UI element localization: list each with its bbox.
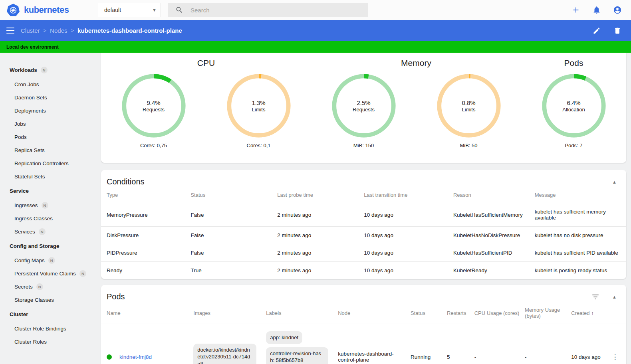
breadcrumb-nodes[interactable]: Nodes: [50, 27, 67, 34]
condition-message: kubelet has no disk pressure: [529, 227, 626, 244]
condition-type: DiskPressure: [101, 227, 185, 244]
condition-status: False: [185, 203, 272, 227]
gauge-percent: 2.5%: [357, 99, 370, 106]
col-images: Images: [188, 304, 260, 324]
namespace-value: default: [104, 7, 152, 13]
bell-icon: [592, 6, 601, 14]
gauge-cpu-limits: 1.3% Limits Cores: 0,1: [206, 73, 311, 163]
breadcrumb-cluster[interactable]: Cluster: [21, 27, 40, 34]
condition-reason: KubeletHasSufficientMemory: [448, 203, 529, 227]
gauge-label: Requests: [143, 107, 165, 113]
condition-transition: 10 days ago: [358, 227, 448, 244]
gauge-footer: MiB: 50: [460, 142, 477, 148]
search-bar[interactable]: [168, 3, 368, 17]
col-cpu-usage: CPU Usage (cores): [469, 304, 519, 324]
condition-status: False: [185, 227, 272, 244]
sidebar-item-config-maps[interactable]: Config MapsN: [0, 254, 99, 267]
sidebar-item-cluster-roles[interactable]: Cluster Roles: [0, 335, 99, 348]
condition-message: kubelet has sufficient PID available: [529, 244, 626, 262]
sidebar-item-services[interactable]: ServicesN: [0, 225, 99, 238]
table-row: kindnet-fmj8d docker.io/kindest/kindnetd…: [101, 324, 626, 364]
col-reason: Reason: [448, 189, 529, 203]
gauge-footer: Cores: 0,1: [247, 142, 271, 148]
chevron-down-icon: ▼: [152, 8, 157, 12]
sidebar-nav: WorkloadsN Cron Jobs Daemon Sets Deploym…: [0, 53, 99, 364]
sidebar-item-pods[interactable]: Pods: [0, 131, 99, 144]
resource-actions: [592, 26, 622, 36]
namespace-selector[interactable]: default ▼: [98, 3, 161, 17]
col-status: Status: [405, 304, 441, 324]
sidebar-item-deployments[interactable]: Deployments: [0, 104, 99, 117]
col-created-sort[interactable]: Created ↑: [566, 304, 606, 324]
condition-probe: 2 minutes ago: [272, 227, 358, 244]
new-badge: N: [48, 257, 55, 264]
account-circle-icon: [613, 6, 622, 14]
pod-created: 10 days ago: [566, 324, 606, 364]
col-status: Status: [185, 189, 272, 203]
condition-reason: KubeletHasSufficientPID: [448, 244, 529, 262]
condition-probe: 2 minutes ago: [272, 203, 358, 227]
col-labels: Labels: [260, 304, 332, 324]
pod-image-chip: docker.io/kindest/kindnetd:v20230511-dc7…: [193, 344, 256, 364]
condition-message: kubelet has sufficient memory available: [529, 203, 626, 227]
sidebar-item-secrets[interactable]: SecretsN: [0, 280, 99, 293]
sidebar-item-storage-classes[interactable]: Storage Classes: [0, 293, 99, 307]
collapse-icon[interactable]: ▲: [611, 293, 618, 301]
condition-transition: 10 days ago: [358, 244, 448, 262]
sidebar-item-ingress-classes[interactable]: Ingress Classes: [0, 212, 99, 225]
gauge-label: Requests: [353, 107, 375, 113]
sidebar-item-replication-controllers[interactable]: Replication Controllers: [0, 157, 99, 170]
collapse-icon[interactable]: ▲: [611, 178, 618, 186]
new-badge: N: [42, 202, 48, 209]
menu-icon[interactable]: [6, 28, 14, 34]
gauge-footer: Cores: 0,75: [140, 142, 167, 148]
new-badge: N: [36, 283, 43, 290]
notifications-button[interactable]: [592, 5, 601, 15]
conditions-title: Conditions: [107, 177, 611, 186]
pod-name-link[interactable]: kindnet-fmj8d: [119, 354, 152, 360]
conditions-table: Type Status Last probe time Last transit…: [101, 189, 626, 279]
kebab-menu-icon[interactable]: ⋮: [611, 353, 618, 361]
allocation-charts-card: CPU Memory Pods 9.4% Requests Co: [101, 53, 626, 163]
sidebar-item-jobs[interactable]: Jobs: [0, 117, 99, 131]
search-input[interactable]: [190, 7, 363, 14]
col-type: Type: [101, 189, 185, 203]
top-app-bar: kubernetes default ▼: [0, 0, 631, 20]
sidebar-item-daemon-sets[interactable]: Daemon Sets: [0, 91, 99, 104]
gauge-percent: 9.4%: [147, 99, 160, 106]
new-badge: N: [39, 228, 46, 235]
sidebar-item-stateful-sets[interactable]: Stateful Sets: [0, 170, 99, 183]
sidebar-item-persistent-volume-claims[interactable]: Persistent Volume ClaimsN: [0, 267, 99, 280]
sidebar-section-cluster: Cluster: [0, 307, 99, 322]
brand-home-link[interactable]: kubernetes: [6, 3, 98, 17]
gauge-label: Limits: [252, 107, 266, 113]
new-badge: N: [79, 270, 86, 277]
table-row: Ready True 2 minutes ago 10 days ago Kub…: [101, 262, 626, 279]
pod-restarts: 5: [441, 324, 469, 364]
condition-status: True: [185, 262, 272, 279]
breadcrumb: Cluster > Nodes > kubernetes-dashboard-c…: [21, 27, 182, 34]
gauge-memory-limits: 0.8% Limits MiB: 50: [416, 73, 521, 163]
kubernetes-helm-icon: [6, 3, 20, 17]
sidebar-item-replica-sets[interactable]: Replica Sets: [0, 144, 99, 157]
create-resource-button[interactable]: [571, 5, 581, 15]
sidebar-item-cluster-role-bindings[interactable]: Cluster Role Bindings: [0, 322, 99, 335]
plus-icon: [571, 6, 580, 14]
pods-title: Pods: [107, 292, 591, 301]
breadcrumb-separator: >: [71, 28, 74, 34]
delete-button[interactable]: [613, 26, 622, 36]
condition-type: Ready: [101, 262, 185, 279]
pods-table: Name Images Labels Node Status Restarts …: [101, 304, 626, 364]
filter-icon[interactable]: [591, 293, 600, 301]
account-button[interactable]: [613, 5, 622, 15]
condition-probe: 2 minutes ago: [272, 244, 358, 262]
gauge-footer: Pods: 7: [565, 142, 582, 148]
pods-card: Pods ▲ Name Images Labels: [101, 285, 626, 364]
edit-button[interactable]: [592, 26, 601, 36]
sidebar-section-workloads[interactable]: WorkloadsN: [0, 62, 99, 78]
sidebar-section-service: Service: [0, 183, 99, 199]
sidebar-item-ingresses[interactable]: IngressesN: [0, 199, 99, 212]
new-badge: N: [41, 67, 48, 73]
col-actions: [606, 304, 626, 324]
sidebar-item-cron-jobs[interactable]: Cron Jobs: [0, 78, 99, 91]
